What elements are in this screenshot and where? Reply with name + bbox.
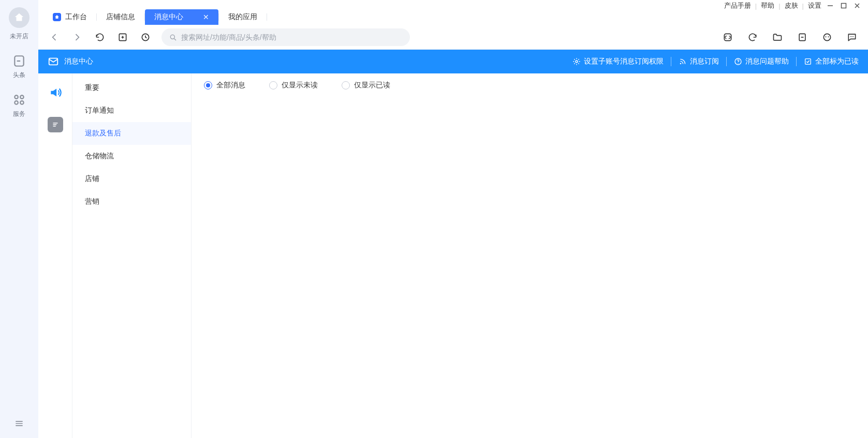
top-menu: 产品手册| 帮助| 皮肤| 设置 (38, 0, 868, 9)
action-label: 全部标为已读 (815, 57, 859, 66)
page-title: 消息中心 (64, 57, 93, 66)
action-subscribe[interactable]: 消息订阅 (679, 57, 719, 66)
home-silhouette-icon (13, 12, 25, 23)
tabs-row: 工作台 店铺信息 消息中心 ✕ 我的应用 (38, 9, 868, 25)
svg-point-17 (828, 36, 829, 37)
svg-point-20 (853, 36, 854, 37)
history-button[interactable] (139, 31, 152, 44)
robot-button[interactable] (820, 31, 834, 44)
filter-all[interactable]: 全部消息 (204, 81, 245, 90)
filter-unread[interactable]: 仅显示未读 (269, 81, 318, 90)
rail-item-services[interactable]: 服务 (12, 93, 26, 118)
radio-icon (269, 81, 277, 89)
body: 重要 订单通知 退款及售后 仓储物流 店铺 营销 全部消息 仅显示未读 (38, 73, 868, 438)
action-label: 消息订阅 (690, 57, 719, 66)
refresh-icon (95, 32, 105, 42)
cat-marketing[interactable]: 营销 (72, 190, 191, 213)
rail-item-headlines[interactable]: 头条 (12, 54, 26, 80)
svg-rect-7 (842, 4, 846, 8)
tab-label: 消息中心 (154, 12, 183, 22)
mode-doc[interactable] (48, 117, 63, 132)
shop-status-label: 未开店 (10, 32, 28, 41)
tab-label: 工作台 (65, 12, 87, 22)
svg-rect-26 (805, 59, 811, 65)
tab-close-icon[interactable]: ✕ (203, 13, 209, 21)
note-icon (12, 54, 26, 68)
help-icon (734, 57, 742, 66)
action-help[interactable]: 消息问题帮助 (734, 57, 789, 66)
new-tab-button[interactable] (116, 31, 129, 44)
search-icon (169, 33, 177, 41)
tab-label: 店铺信息 (106, 12, 135, 22)
mode-sound[interactable] (47, 84, 64, 101)
folder-icon (772, 32, 783, 42)
chevron-left-icon (49, 32, 60, 42)
nav-forward-button[interactable] (70, 31, 84, 44)
svg-point-4 (14, 101, 18, 104)
plus-square-icon (117, 32, 128, 42)
notes-button[interactable] (796, 31, 809, 44)
mail-icon (48, 56, 59, 67)
gear-icon (572, 57, 581, 66)
svg-point-25 (738, 63, 738, 64)
rail-label: 服务 (13, 110, 25, 118)
page-header-bar: 消息中心 设置子账号消息订阅权限 消息订阅 消息问题帮助 (38, 50, 868, 73)
cat-order-notify[interactable]: 订单通知 (72, 99, 191, 122)
rss-icon (679, 57, 687, 66)
message-filters: 全部消息 仅显示未读 仅显示已读 (204, 81, 856, 90)
nav-back-button[interactable] (48, 31, 61, 44)
svg-point-3 (20, 95, 23, 99)
svg-point-19 (851, 36, 852, 37)
apps-icon (12, 93, 26, 107)
avatar[interactable] (9, 7, 30, 28)
cat-shop[interactable]: 店铺 (72, 168, 191, 190)
filter-label: 仅显示已读 (354, 81, 390, 90)
tab-my-apps[interactable]: 我的应用 (219, 9, 267, 25)
toolbar (38, 25, 868, 50)
left-rail: 未开店 头条 服务 (0, 0, 38, 438)
sync-button[interactable] (746, 31, 759, 44)
speaker-icon (49, 86, 62, 99)
cat-refund-aftersale[interactable]: 退款及售后 (72, 122, 191, 145)
svg-point-15 (823, 34, 830, 40)
radio-icon (342, 81, 350, 89)
main-area: 产品手册| 帮助| 皮肤| 设置 工作台 店铺信息 消息中心 ✕ (38, 0, 868, 438)
action-mark-all-read[interactable]: 全部标为已读 (804, 57, 859, 66)
filter-read[interactable]: 仅显示已读 (342, 81, 390, 90)
rail-menu-button[interactable] (0, 418, 38, 429)
tab-shop-info[interactable]: 店铺信息 (97, 9, 144, 25)
svg-point-5 (20, 101, 23, 104)
cat-important[interactable]: 重要 (72, 77, 191, 99)
clock-icon (140, 32, 151, 42)
notes-icon (797, 32, 807, 42)
action-sub-account-perms[interactable]: 设置子账号消息订阅权限 (572, 57, 664, 66)
tab-workbench[interactable]: 工作台 (43, 9, 96, 25)
search-input[interactable] (181, 33, 403, 41)
category-column: 重要 订单通知 退款及售后 仓储物流 店铺 营销 (72, 73, 192, 438)
folder-button[interactable] (771, 31, 784, 44)
content-area: 全部消息 仅显示未读 仅显示已读 (192, 73, 868, 438)
chat-button[interactable] (845, 31, 859, 44)
doc-icon (51, 120, 60, 129)
sync-icon (747, 32, 758, 42)
home-icon (53, 13, 61, 21)
filter-label: 仅显示未读 (282, 81, 318, 90)
tab-label: 我的应用 (228, 12, 257, 22)
svg-point-18 (850, 36, 851, 37)
action-label: 设置子账号消息订阅权限 (584, 57, 664, 66)
tab-message-center[interactable]: 消息中心 ✕ (145, 9, 218, 25)
chat-icon (847, 32, 857, 42)
cat-warehouse[interactable]: 仓储物流 (72, 145, 191, 168)
chevron-right-icon (72, 32, 82, 42)
check-square-icon (804, 57, 812, 66)
search-box[interactable] (161, 28, 410, 46)
radio-icon (204, 81, 212, 89)
link-button[interactable] (721, 31, 734, 44)
refresh-button[interactable] (93, 31, 107, 44)
svg-point-2 (14, 95, 18, 99)
svg-point-23 (680, 63, 682, 65)
filter-label: 全部消息 (216, 81, 245, 90)
link-icon (723, 32, 733, 42)
svg-point-22 (576, 61, 578, 63)
svg-line-11 (174, 38, 176, 40)
